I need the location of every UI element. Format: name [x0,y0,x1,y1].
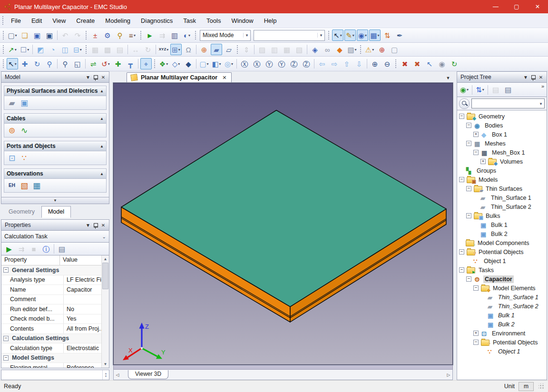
toolbar-grip[interactable] [2,45,5,54]
collapse-icon[interactable]: − [3,355,9,361]
tab-list-chevron-icon[interactable]: ▼ [443,73,453,83]
project-tree-menu-icon[interactable]: ▼ [522,73,529,81]
collapse-icon[interactable]: − [459,267,464,273]
hide-selected-button[interactable]: ✖ [399,58,411,69]
work-plane-button[interactable]: ⊞▾ [170,44,182,55]
collapse-icon[interactable]: − [473,285,479,291]
close-button[interactable]: ✕ [527,0,548,13]
tab-model[interactable]: Model [41,206,71,218]
create-eh-observation-button[interactable]: EH [6,180,18,191]
tree-item[interactable]: −Bodies [457,121,547,130]
surface-normal-button[interactable]: ▱ [223,44,235,55]
collapse-icon[interactable]: − [466,276,471,282]
stereo-view-button[interactable]: ◐▾ [181,29,193,41]
search-input[interactable]: ▾ [471,98,545,108]
property-row[interactable]: Comment [1,295,102,305]
property-row[interactable]: Run editor bef...No [1,304,102,314]
rotate-z-cw-button[interactable]: Ⓩ [301,58,312,69]
section-header[interactable]: Observations▲ [4,169,106,179]
highlight-in-view-button[interactable]: ◉▾ [459,84,470,96]
tree-item[interactable]: −Models [457,175,547,184]
section-header[interactable]: Ports and Objects▲ [4,141,106,151]
section-view-button[interactable]: ◧▾ [211,58,222,69]
zoom-previous-button[interactable]: ⚲ [59,58,71,69]
menu-window[interactable]: Window [226,15,258,27]
scroll-up-icon[interactable]: ▲ [102,255,109,263]
scroll-down-icon[interactable]: ▼ [102,361,109,368]
scrollbar-thumb[interactable] [102,263,108,289]
property-group-row[interactable]: −General Settings [1,265,102,275]
view-orientation-button[interactable]: ⌖ [140,58,152,69]
viewer-3d-tab[interactable]: Viewer 3D [128,370,168,379]
project-tree-pin-icon[interactable] [529,73,537,81]
properties-panel-pin-icon[interactable] [92,221,99,229]
tab-scroll-left-icon[interactable]: ◁ [114,372,121,377]
tree-item[interactable]: Thin_Surface 2 [457,202,547,211]
collapse-icon[interactable]: − [3,336,9,341]
save-all-button[interactable]: ▣ [44,29,55,41]
tree-item[interactable]: +Environment [457,329,547,338]
toolbar-grip[interactable] [360,45,362,54]
rotate-around-axis-button[interactable]: ↺▾ [100,58,111,69]
check-surface-button[interactable]: ◈ [309,44,321,55]
model-panel-menu-icon[interactable]: ▼ [84,73,92,81]
toolbar-grip[interactable] [395,59,397,69]
property-value[interactable]: All from Proj... [64,325,102,332]
flip-direction-button[interactable]: ⇅ [382,29,393,41]
run-task-button[interactable]: ► [144,29,156,41]
toolbar-grip[interactable] [328,30,330,40]
run-calculation-button[interactable]: ▶ [3,243,15,255]
rotate-x-ccw-button[interactable]: Ⓧ [239,58,250,69]
tree-item[interactable]: Bulk 1 [457,220,547,229]
toolbar-grip[interactable] [2,30,5,40]
rotate-y-ccw-button[interactable]: Ⓨ [264,58,275,69]
collapse-icon[interactable]: ▲ [100,89,104,93]
toolbar-grip[interactable] [195,30,197,40]
collapse-icon[interactable]: − [466,213,471,218]
resize-grip[interactable] [538,383,544,389]
display-wireframe-button[interactable]: ◇▾ [170,58,182,69]
orbit-view-button[interactable]: ↻ [31,58,43,69]
add-coordinate-button[interactable]: ⊕ [198,44,210,55]
queue-calculation-button[interactable]: ⇉ [16,243,27,255]
menu-file[interactable]: File [6,15,26,27]
collapse-icon[interactable]: ▲ [100,117,104,121]
tree-settings-button[interactable]: ▤ [502,84,514,96]
model-panel-pin-icon[interactable] [92,73,99,81]
property-row[interactable]: Calculation typeElectrostatic [1,343,102,353]
mode-select[interactable]: Mixed Mode▾ [200,30,251,41]
mesh-brush-button[interactable]: ▧▾ [346,44,358,55]
viewport-hscrollbar[interactable] [113,365,453,370]
toolbar-overflow-icon[interactable]: » [540,83,546,89]
mesh-map-zoom-button[interactable]: ▧ [294,44,305,55]
tree-item[interactable]: −Meshes [457,139,547,148]
display-shaded-button[interactable]: ◆ [183,58,194,69]
create-potential-object-button[interactable]: ∵ [19,152,30,164]
collapse-icon[interactable]: − [473,150,479,155]
section-header[interactable]: Cables▲ [4,114,106,124]
tree-item[interactable]: Thin_Surface 1 [457,293,547,302]
tree-item[interactable]: +Volumes [457,157,547,166]
pick-visibility-button[interactable]: ↖ [424,58,435,69]
tree-item[interactable]: Model Components [457,238,547,247]
menu-task[interactable]: Task [178,15,201,27]
orange-surface-button[interactable]: ◆ [334,44,345,55]
tab-geometry[interactable]: Geometry [2,206,41,218]
pan-up-button[interactable]: ⇧ [341,58,352,69]
measure-tool-button[interactable]: ↗▾ [7,44,18,55]
pan-right-button[interactable]: ⇨ [329,58,340,69]
restore-visibility-button[interactable]: ↻ [449,58,460,69]
menu-help[interactable]: Help [259,15,282,27]
tree-item[interactable]: Object 1 [457,347,547,356]
property-value[interactable]: Reference [64,364,102,368]
pan-view-button[interactable]: ✚ [19,58,30,69]
libraries-button[interactable]: ≡▾ [127,29,138,41]
model-panel-close-icon[interactable]: ✕ [99,73,107,81]
show-hide-bodies-button[interactable]: ◉▾ [357,29,368,41]
grid-transform-button[interactable]: ▩ [102,44,113,55]
pick-surface-point-button[interactable]: ▰ [211,44,222,55]
new-window-button[interactable]: ▢ [389,44,400,55]
menu-modeling[interactable]: Modeling [100,15,136,27]
property-row[interactable]: Floating metalReference [1,363,102,368]
property-value[interactable]: Electrostatic [64,345,102,352]
